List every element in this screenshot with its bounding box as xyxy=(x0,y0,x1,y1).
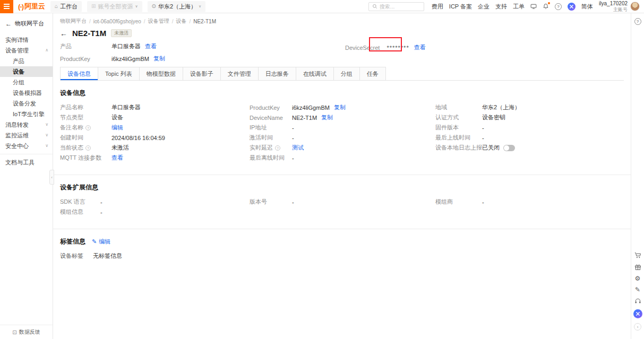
user-role: 主账号 xyxy=(599,7,628,12)
breadcrumb-separator: / xyxy=(189,19,191,24)
sidebar-item-设备管理[interactable]: 设备管理∧ xyxy=(0,45,53,56)
field-value-group: - xyxy=(292,135,294,141)
aliyun-logo[interactable]: (-) 阿里云 xyxy=(18,2,45,11)
help-icon[interactable]: ? xyxy=(555,3,562,10)
headset-icon[interactable] xyxy=(634,298,641,305)
field-value-group: 测试 xyxy=(292,144,304,152)
tab-文件管理[interactable]: 文件管理 xyxy=(220,67,258,80)
info-row: DeviceNameNE2-T1M复制 xyxy=(250,114,435,121)
gift-icon[interactable] xyxy=(634,264,641,271)
sidebar-item-安全中心[interactable]: 安全中心∨ xyxy=(0,141,53,151)
main-content: 物联网平台/iot-06a00f6gshojyeo/设备管理/设备/NE2-T1… xyxy=(53,13,631,339)
field-label: 固件版本 xyxy=(435,124,482,132)
help-icon[interactable]: ? xyxy=(275,145,280,151)
menu-icon[interactable] xyxy=(0,0,13,13)
view-product-link[interactable]: 查看 xyxy=(145,42,157,50)
tab-日志服务[interactable]: 日志服务 xyxy=(258,67,296,80)
breadcrumb-item[interactable]: 物联网平台 xyxy=(60,18,87,25)
action-link-查看[interactable]: 查看 xyxy=(111,154,123,162)
edit-tags-link[interactable]: ✎ 编辑 xyxy=(92,238,110,246)
help-icon[interactable]: ? xyxy=(85,145,91,151)
tab-Topic 列表[interactable]: Topic 列表 xyxy=(98,67,139,80)
field-value-group: - xyxy=(100,199,102,205)
chevron-down-icon: ∨ xyxy=(135,4,138,8)
sidebar-item-设备[interactable]: 设备 xyxy=(0,66,53,77)
right-toolbar: ? ⚙ ✎ › xyxy=(631,13,644,339)
sidebar-item-设备分发[interactable]: 设备分发 xyxy=(0,98,53,109)
language-select[interactable]: 简体 xyxy=(581,3,593,11)
cart-icon[interactable] xyxy=(634,252,641,259)
edit-tags-label: 编辑 xyxy=(99,238,110,246)
tab-任务[interactable]: 任务 xyxy=(359,67,386,80)
chevron-down-icon: ∨ xyxy=(45,130,48,141)
field-value: 设备 xyxy=(111,114,123,121)
field-label: ProductKey xyxy=(250,105,292,111)
copy-productkey-link[interactable]: 复制 xyxy=(153,55,165,63)
breadcrumb-item[interactable]: iot-06a00f6gshojyeo xyxy=(93,19,141,24)
breadcrumb-item[interactable]: 设备管理 xyxy=(148,18,169,25)
action-link-编辑[interactable]: 编辑 xyxy=(111,124,123,132)
avatar[interactable] xyxy=(630,2,640,11)
tab-设备信息[interactable]: 设备信息 xyxy=(60,67,98,80)
assistant-icon[interactable] xyxy=(633,309,642,318)
gear-icon[interactable]: ⚙ xyxy=(635,275,641,282)
sidebar-item-监控运维[interactable]: 监控运维∨ xyxy=(0,130,53,141)
console-icon[interactable] xyxy=(530,3,537,10)
account-menu[interactable]: ilya_170202 主账号 xyxy=(599,1,640,12)
topbar-link-支持[interactable]: 支持 xyxy=(495,3,507,11)
topbar-link-费用[interactable]: 费用 xyxy=(432,3,443,11)
tab-设备影子[interactable]: 设备影子 xyxy=(183,67,220,80)
notifications-bell-icon[interactable] xyxy=(543,3,549,10)
pencil-icon[interactable]: ✎ xyxy=(635,286,640,293)
tab-物模型数据[interactable]: 物模型数据 xyxy=(139,67,183,80)
breadcrumb: 物联网平台/iot-06a00f6gshojyeo/设备管理/设备/NE2-T1… xyxy=(53,13,631,27)
field-value: - xyxy=(292,125,294,131)
sidebar-divider xyxy=(0,154,53,154)
sidebar-item-设备模拟器[interactable]: 设备模拟器 xyxy=(0,88,53,98)
field-value-group: 2024/08/16 16:04:59 xyxy=(111,135,165,141)
feedback-icon: ⊡ xyxy=(12,329,16,335)
topbar-link-企业[interactable]: 企业 xyxy=(478,3,490,11)
action-link-复制[interactable]: 复制 xyxy=(334,103,346,111)
account-text: ilya_170202 主账号 xyxy=(599,1,628,12)
expand-panel-icon[interactable]: › xyxy=(634,323,641,331)
help-doc-icon[interactable]: ? xyxy=(634,18,641,25)
action-link-复制[interactable]: 复制 xyxy=(321,114,333,121)
productkey-value: i6kz4liGgmBM xyxy=(111,56,149,62)
resource-scope-select[interactable]: ⊞ 账号全部资源 ∨ xyxy=(87,1,142,12)
sidebar-item-文档与工具[interactable]: 文档与工具 xyxy=(0,157,53,168)
view-devicesecret-link[interactable]: 查看 xyxy=(414,44,426,51)
sidebar-item-IoT孪生引擎[interactable]: IoT孪生引擎 xyxy=(0,109,53,119)
field-value-group: i6kz4liGgmBM复制 xyxy=(292,103,346,111)
workbench-button[interactable]: ⌂ 工作台 xyxy=(50,1,82,12)
device-meta: 产品 单口服务器 查看 ProductKey i6kz4liGgmBM 复制 D… xyxy=(53,42,631,63)
tab-分组[interactable]: 分组 xyxy=(333,67,359,80)
feedback-button[interactable]: ⊡ 数据反馈 xyxy=(0,325,53,339)
region-select[interactable]: ⊙ 华东2（上海） ∨ xyxy=(148,1,206,12)
info-row: 最后离线时间- xyxy=(250,154,435,162)
sidebar-item-消息转发[interactable]: 消息转发∨ xyxy=(0,119,53,130)
tag-value: 无标签信息 xyxy=(93,252,122,260)
sidebar-item-产品[interactable]: 产品 xyxy=(0,56,53,66)
field-value: 未激活 xyxy=(111,144,129,152)
sidebar-collapse-handle[interactable]: ‹ xyxy=(49,170,54,185)
sidebar-item-实例详情[interactable]: 实例详情 xyxy=(0,34,53,45)
sidebar-item-label: 消息转发 xyxy=(5,119,29,130)
field-value: - xyxy=(292,155,294,161)
topbar-link-工单[interactable]: 工单 xyxy=(513,3,525,11)
breadcrumb-item[interactable]: 设备 xyxy=(176,18,186,25)
toggle-switch[interactable] xyxy=(503,145,515,151)
sidebar-item-分组[interactable]: 分组 xyxy=(0,77,53,88)
topbar-link-ICP 备案[interactable]: ICP 备案 xyxy=(449,3,472,11)
tab-在线调试[interactable]: 在线调试 xyxy=(296,67,333,80)
devicesecret-row: DeviceSecret ******** 查看 xyxy=(345,44,426,51)
logo-mark: (-) xyxy=(18,3,23,11)
global-search[interactable] xyxy=(368,2,424,11)
help-icon[interactable]: ? xyxy=(85,125,91,131)
action-link-测试[interactable]: 测试 xyxy=(292,144,304,152)
info-column: ProductKeyi6kz4liGgmBM复制DeviceNameNE2-T1… xyxy=(250,103,435,164)
assistant-icon[interactable] xyxy=(568,3,576,11)
back-icon[interactable]: ← xyxy=(5,21,12,27)
back-icon[interactable]: ← xyxy=(60,30,67,37)
search-input[interactable] xyxy=(380,4,418,10)
